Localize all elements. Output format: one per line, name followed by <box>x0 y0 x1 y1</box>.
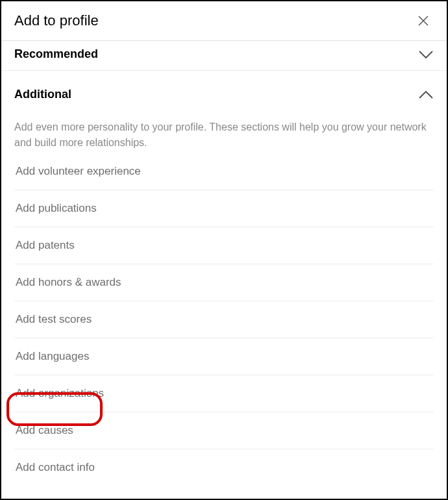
chevron-up-icon <box>418 90 434 99</box>
add-languages-item[interactable]: Add languages <box>14 338 434 375</box>
add-honors-awards-item[interactable]: Add honors & awards <box>14 264 434 301</box>
section-additional-title: Additional <box>14 88 71 101</box>
add-contact-info-item[interactable]: Add contact info <box>14 449 434 486</box>
close-button[interactable] <box>413 10 434 31</box>
section-additional-body: Add even more personality to your profil… <box>1 110 447 486</box>
add-publications-item[interactable]: Add publications <box>14 190 434 227</box>
section-additional-header[interactable]: Additional <box>1 71 447 110</box>
add-causes-item[interactable]: Add causes <box>14 412 434 449</box>
section-additional-description: Add even more personality to your profil… <box>14 110 434 165</box>
add-organizations-item[interactable]: Add organizations <box>14 375 434 412</box>
section-recommended-title: Recommended <box>14 47 98 61</box>
modal-title: Add to profile <box>14 12 99 29</box>
chevron-down-icon <box>418 50 434 59</box>
modal-header: Add to profile <box>1 1 447 41</box>
section-recommended-header[interactable]: Recommended <box>1 41 447 71</box>
close-icon <box>416 13 431 29</box>
add-patents-item[interactable]: Add patents <box>14 227 434 264</box>
add-volunteer-experience-item[interactable]: Add volunteer experience <box>14 165 434 190</box>
add-test-scores-item[interactable]: Add test scores <box>14 301 434 338</box>
scroll-area[interactable]: Recommended Additional Add even more per… <box>1 41 447 498</box>
